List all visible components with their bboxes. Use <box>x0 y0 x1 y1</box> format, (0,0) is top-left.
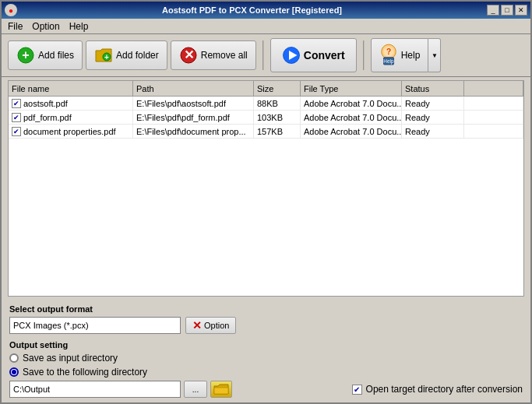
help-icon: ? Help <box>379 46 398 65</box>
convert-icon <box>282 46 301 65</box>
svg-text:Help: Help <box>383 58 394 65</box>
browse-folder-button[interactable] <box>210 381 232 398</box>
svg-text:?: ? <box>386 47 391 56</box>
file-cell-name-0: ✔ aostsoft.pdf <box>9 97 133 110</box>
format-select[interactable]: PCX Images (*.pcx) BMP Images (*.bmp) PN… <box>9 317 181 334</box>
file-cell-status-2: Ready <box>402 125 464 138</box>
menu-bar: File Option Help <box>2 19 530 34</box>
bottom-panel: Select output format PCX Images (*.pcx) … <box>2 300 530 402</box>
format-select-wrapper: PCX Images (*.pcx) BMP Images (*.bmp) PN… <box>9 317 181 334</box>
file-cell-extra-2 <box>464 125 523 138</box>
col-header-path: Path <box>133 81 254 96</box>
svg-text:✕: ✕ <box>183 48 193 61</box>
open-after-row: ✔ Open target directory after conversion <box>352 384 523 395</box>
minimize-button[interactable]: _ <box>487 5 499 16</box>
window-title: Aostsoft PDF to PCX Converter [Registere… <box>17 5 487 15</box>
file-checkbox-1[interactable]: ✔ <box>12 113 21 122</box>
add-folder-icon: + <box>94 46 113 65</box>
output-section: Output setting Save as input directory S… <box>9 340 523 398</box>
radio-input-dir-label: Save as input directory <box>23 353 118 364</box>
file-cell-path-1: E:\Files\pdf\pdf_form.pdf <box>133 111 254 124</box>
toolbar-separator <box>262 40 264 70</box>
dir-row: ... <box>9 381 232 398</box>
browse-dots-button[interactable]: ... <box>184 381 207 398</box>
file-list-body: ✔ aostsoft.pdf E:\Files\pdf\aostsoft.pdf… <box>9 97 523 296</box>
file-cell-size-1: 103KB <box>254 111 301 124</box>
col-header-status: Status <box>402 81 464 96</box>
help-button-group: ? Help Help ▼ <box>371 38 442 72</box>
add-folder-button[interactable]: + Add folder <box>86 40 167 70</box>
toolbar: + Add files + Add folder ✕ <box>2 34 530 77</box>
file-cell-size-0: 88KB <box>254 97 301 110</box>
table-row[interactable]: ✔ document properties.pdf E:\Files\pdf\d… <box>9 125 523 139</box>
title-bar: ● Aostsoft PDF to PCX Converter [Registe… <box>2 2 530 19</box>
option-icon: ✕ <box>192 319 202 332</box>
file-list: File name Path Size File Type Status ✔ a… <box>8 80 524 297</box>
convert-label: Convert <box>304 49 345 61</box>
file-cell-status-1: Ready <box>402 111 464 124</box>
col-header-extra <box>464 81 523 96</box>
col-header-filetype: File Type <box>301 81 402 96</box>
file-cell-path-0: E:\Files\pdf\aostsoft.pdf <box>133 97 254 110</box>
table-row[interactable]: ✔ pdf_form.pdf E:\Files\pdf\pdf_form.pdf… <box>9 111 523 125</box>
svg-text:+: + <box>22 48 29 61</box>
file-cell-type-0: Adobe Acrobat 7.0 Docu... <box>301 97 402 110</box>
menu-help[interactable]: Help <box>65 19 93 33</box>
radio-custom-dir[interactable] <box>9 367 19 377</box>
svg-text:+: + <box>104 53 109 61</box>
help-button[interactable]: ? Help Help <box>371 38 429 72</box>
remove-all-label: Remove all <box>201 50 248 61</box>
radio-input-dir[interactable] <box>9 353 19 363</box>
radio-row-input-dir: Save as input directory <box>9 353 523 364</box>
file-cell-status-0: Ready <box>402 97 464 110</box>
add-files-label: Add files <box>38 50 74 61</box>
open-after-label: Open target directory after conversion <box>366 384 523 395</box>
file-checkbox-2[interactable]: ✔ <box>12 127 21 136</box>
convert-button[interactable]: Convert <box>270 38 357 72</box>
help-label: Help <box>401 50 421 61</box>
main-window: ● Aostsoft PDF to PCX Converter [Registe… <box>0 0 532 404</box>
toolbar-separator-2 <box>363 40 365 70</box>
remove-all-button[interactable]: ✕ Remove all <box>171 40 256 70</box>
file-cell-type-2: Adobe Acrobat 7.0 Docu... <box>301 125 402 138</box>
file-checkbox-0[interactable]: ✔ <box>12 99 21 108</box>
window-controls: _ □ ✕ <box>487 5 527 16</box>
open-after-checkbox[interactable]: ✔ <box>352 385 362 395</box>
close-button[interactable]: ✕ <box>515 5 527 16</box>
directory-input[interactable] <box>9 381 181 398</box>
radio-row-custom-dir: Save to the following directory <box>9 367 523 378</box>
output-format-label: Select output format <box>9 304 523 314</box>
option-label: Option <box>204 321 229 330</box>
file-cell-name-2: ✔ document properties.pdf <box>9 125 133 138</box>
file-cell-name-1: ✔ pdf_form.pdf <box>9 111 133 124</box>
menu-option[interactable]: Option <box>27 19 64 33</box>
file-cell-type-1: Adobe Acrobat 7.0 Docu... <box>301 111 402 124</box>
output-setting-label: Output setting <box>9 340 523 350</box>
menu-file[interactable]: File <box>3 19 27 33</box>
table-row[interactable]: ✔ aostsoft.pdf E:\Files\pdf\aostsoft.pdf… <box>9 97 523 111</box>
help-dropdown-arrow[interactable]: ▼ <box>428 38 441 72</box>
format-row: PCX Images (*.pcx) BMP Images (*.bmp) PN… <box>9 317 523 334</box>
add-files-icon: + <box>16 46 35 65</box>
col-header-filename: File name <box>9 81 133 96</box>
radio-custom-dir-label: Save to the following directory <box>23 367 147 378</box>
file-cell-extra-0 <box>464 97 523 110</box>
file-cell-path-2: E:\Files\pdf\document prop... <box>133 125 254 138</box>
maximize-button[interactable]: □ <box>501 5 513 16</box>
bottom-row: ... ✔ Open target directory after conver… <box>9 381 523 398</box>
add-files-button[interactable]: + Add files <box>8 40 83 70</box>
radio-dot <box>12 370 16 374</box>
remove-all-icon: ✕ <box>179 46 198 65</box>
option-button[interactable]: ✕ Option <box>185 317 236 334</box>
add-folder-label: Add folder <box>116 50 159 61</box>
file-list-header: File name Path Size File Type Status <box>9 81 523 97</box>
file-cell-size-2: 157KB <box>254 125 301 138</box>
col-header-size: Size <box>254 81 301 96</box>
file-cell-extra-1 <box>464 111 523 124</box>
